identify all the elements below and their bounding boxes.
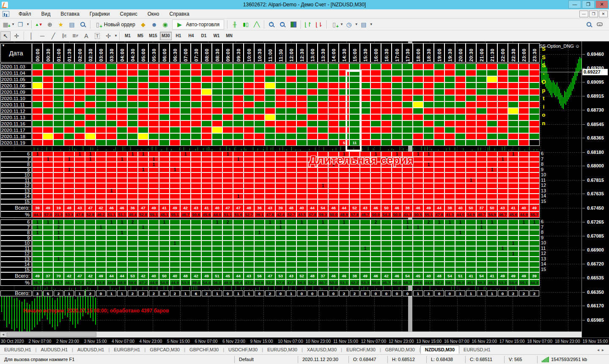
- menu-item-Окно[interactable]: Окно: [143, 10, 165, 18]
- line-chart-mode-icon[interactable]: ╱╲: [252, 20, 262, 29]
- chart-tab-EURGBP,H1[interactable]: EURGBP,H1: [110, 346, 144, 353]
- templates-icon[interactable]: ▤: [359, 20, 369, 29]
- price-scale-label[interactable]: 0.66900: [587, 247, 604, 252]
- chart-tab-EURUSD,M30[interactable]: EURUSD,M30: [263, 346, 302, 353]
- templates-dropdown-icon[interactable]: ▼: [370, 22, 373, 26]
- zoom-out-icon[interactable]: −: [277, 20, 288, 29]
- chart-tab-EURUSD,H1[interactable]: EURUSD,H1: [459, 346, 495, 353]
- profiles-dropdown-icon[interactable]: ▼: [26, 22, 30, 26]
- indicator-list-up-icon[interactable]: ⌊↾: [303, 20, 313, 29]
- timeframe-M1[interactable]: M1: [122, 32, 134, 40]
- chart-tab-GBPCAD,M30[interactable]: GBPCAD,M30: [145, 346, 184, 353]
- price-scale-label[interactable]: 0.67635: [587, 191, 604, 196]
- child-close-button[interactable]: ✕: [599, 11, 608, 17]
- periods-dropdown-icon[interactable]: ▼: [355, 22, 358, 26]
- price-scale-label[interactable]: 0.69095: [587, 79, 604, 85]
- trendline-icon[interactable]: ╱: [48, 31, 58, 41]
- price-scale-label[interactable]: 0.67815: [587, 178, 604, 183]
- signals-icon[interactable]: ◉: [160, 20, 170, 29]
- tile-windows-icon[interactable]: [288, 20, 299, 29]
- metaeditor-icon[interactable]: ◆: [138, 20, 148, 29]
- horizontal-scrollbar[interactable]: ◄: [0, 331, 582, 337]
- price-scale-label[interactable]: 0.66170: [587, 303, 604, 308]
- timeframe-H1[interactable]: H1: [173, 32, 184, 40]
- chart-tab-XAUUSD,M30[interactable]: XAUUSD,M30: [303, 346, 341, 353]
- text-icon[interactable]: A: [81, 31, 91, 41]
- cursor-icon[interactable]: ↖: [0, 31, 11, 41]
- candlestick-mode-icon[interactable]: ▮▯: [241, 20, 251, 29]
- bar-chart-mode-icon[interactable]: ╫: [230, 20, 240, 29]
- vertical-line-icon[interactable]: │: [26, 31, 36, 41]
- chart-tab-GBPCHF,M30[interactable]: GBPCHF,M30: [185, 346, 223, 353]
- new-order-label[interactable]: Новый ордер: [104, 22, 135, 27]
- timeframe-H4[interactable]: H4: [185, 32, 197, 40]
- chart-area[interactable]: S S S - O p t i o n SSS-Option_DNG ☺ Дли…: [0, 41, 609, 345]
- fibonacci-icon[interactable]: ≣ꜰ: [70, 31, 80, 41]
- tab-scroll-arrows-icon[interactable]: ◂▸: [597, 348, 606, 352]
- menu-item-Справка[interactable]: Справка: [165, 10, 195, 18]
- channel-icon[interactable]: ∥ᴇ: [59, 31, 69, 41]
- new-chart-icon[interactable]: ▦+: [0, 20, 11, 29]
- child-minimize-button[interactable]: —: [579, 11, 588, 17]
- chart-tab-USDCHF,M30[interactable]: USDCHF,M30: [224, 346, 262, 353]
- horizontal-line-icon[interactable]: ─: [37, 31, 47, 41]
- price-scale-label[interactable]: 0.69460: [587, 52, 604, 57]
- price-scale-label[interactable]: 0.68000: [587, 163, 604, 168]
- terminal-icon[interactable]: ▤: [67, 20, 77, 29]
- timeframe-W1[interactable]: W1: [211, 32, 222, 40]
- add-indicator-dropdown-icon[interactable]: ▼: [340, 22, 343, 26]
- menu-item-Вид[interactable]: Вид: [36, 10, 56, 18]
- price-scale-label[interactable]: 0.68730: [587, 107, 604, 112]
- expert-advisor-icon[interactable]: ☻: [149, 20, 159, 29]
- chart-tab-AUDUSD,H1[interactable]: AUDUSD,H1: [73, 346, 109, 353]
- timeframe-M30[interactable]: M30: [160, 32, 172, 40]
- price-scale-label[interactable]: 0.66535: [587, 275, 604, 280]
- new-order-icon[interactable]: ▯+: [93, 20, 103, 29]
- indicator-list-down-icon[interactable]: ⌊⇂: [314, 20, 324, 29]
- price-scale-label[interactable]: 0.66720: [587, 261, 604, 266]
- arrows-icon[interactable]: ✢: [103, 31, 113, 41]
- price-scale-label[interactable]: 0.67265: [587, 219, 604, 224]
- menu-item-Графики[interactable]: Графики: [85, 10, 115, 18]
- minimize-button[interactable]: —: [568, 0, 581, 8]
- menu-item-Файл[interactable]: Файл: [14, 10, 36, 18]
- data-window-icon[interactable]: ⊕: [45, 20, 55, 29]
- price-scale-label[interactable]: 0.68915: [587, 93, 604, 99]
- periods-clock-icon[interactable]: ◷: [344, 20, 354, 29]
- chart-tab-EURCHF,M30[interactable]: EURCHF,M30: [342, 346, 380, 353]
- timeframe-D1[interactable]: D1: [198, 32, 210, 40]
- timeframe-M5[interactable]: M5: [134, 32, 146, 40]
- status-profile[interactable]: Default: [234, 356, 298, 363]
- navigator-icon[interactable]: ★: [56, 20, 66, 29]
- chat-icon[interactable]: [595, 20, 605, 29]
- price-scale-label[interactable]: 0.67085: [587, 233, 604, 238]
- menu-item-Вставка[interactable]: Вставка: [55, 10, 85, 18]
- close-button[interactable]: ✕: [595, 0, 608, 8]
- new-chart-dropdown-icon[interactable]: ▼: [11, 22, 15, 26]
- price-scale-label[interactable]: 0.68180: [587, 150, 604, 155]
- crosshair-icon[interactable]: ✛: [11, 31, 22, 41]
- chart-tab-EURUSD,H1[interactable]: EURUSD,H1: [0, 346, 36, 353]
- chart-tab-NZDUSD,M30[interactable]: NZDUSD,M30: [420, 345, 459, 354]
- restore-button[interactable]: ❐: [582, 0, 595, 8]
- menu-item-Сервис[interactable]: Сервис: [115, 10, 143, 18]
- market-watch-icon[interactable]: ▲▼: [34, 20, 44, 29]
- price-scale-label[interactable]: 0.67450: [587, 205, 604, 211]
- zoom-in-icon[interactable]: +: [266, 20, 277, 29]
- add-indicator-icon[interactable]: ▯+: [329, 20, 339, 29]
- strategy-tester-icon[interactable]: [78, 20, 88, 29]
- auto-trading-button[interactable]: ▶ Авто-торговля: [172, 19, 224, 30]
- chart-tab-GBPAUD,M30[interactable]: GBPAUD,M30: [381, 346, 419, 353]
- arrows-dropdown-icon[interactable]: ▼: [114, 34, 118, 38]
- price-scale-label[interactable]: 0.66350: [587, 290, 604, 295]
- scroll-left-arrow-icon[interactable]: ◄: [0, 332, 6, 337]
- child-restore-button[interactable]: ❐: [589, 11, 598, 17]
- timeframe-MN[interactable]: MN: [223, 32, 235, 40]
- price-scale-label[interactable]: 0.68365: [587, 135, 604, 140]
- timeframe-M15[interactable]: M15: [147, 32, 159, 40]
- chart-tab-AUDUSD,H1[interactable]: AUDUSD,H1: [36, 346, 72, 353]
- text-label-icon[interactable]: T: [92, 31, 102, 41]
- scrollbar-thumb[interactable]: [7, 332, 96, 337]
- profiles-icon[interactable]: ❐: [15, 20, 25, 29]
- price-scale-label[interactable]: 0.65985: [587, 317, 604, 323]
